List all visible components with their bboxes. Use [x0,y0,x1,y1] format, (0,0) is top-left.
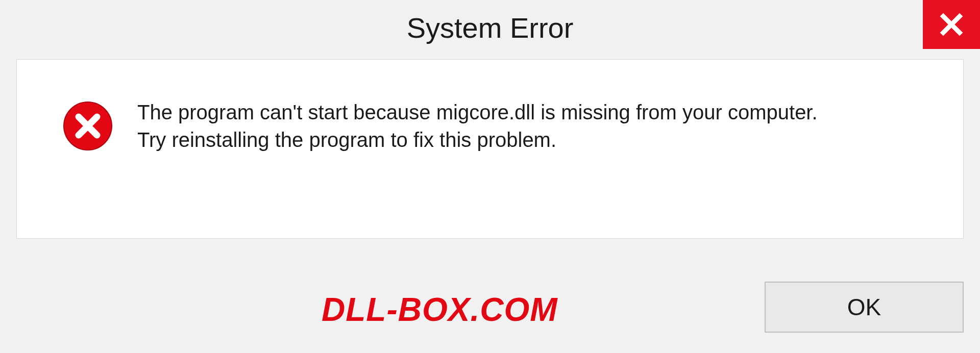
dialog-footer: DLL-BOX.COM OK [0,251,980,353]
ok-button[interactable]: OK [765,282,964,333]
close-icon [939,12,964,37]
error-icon [63,101,113,151]
error-message: The program can't start because migcore.… [137,98,818,154]
dialog-content: The program can't start because migcore.… [16,59,964,239]
error-message-line1: The program can't start because migcore.… [137,98,818,126]
watermark-text: DLL-BOX.COM [322,291,558,329]
titlebar: System Error [0,0,980,49]
close-button[interactable] [923,0,980,49]
content-row: The program can't start because migcore.… [37,98,943,154]
dialog-title: System Error [407,11,574,44]
error-message-line2: Try reinstalling the program to fix this… [137,126,818,154]
